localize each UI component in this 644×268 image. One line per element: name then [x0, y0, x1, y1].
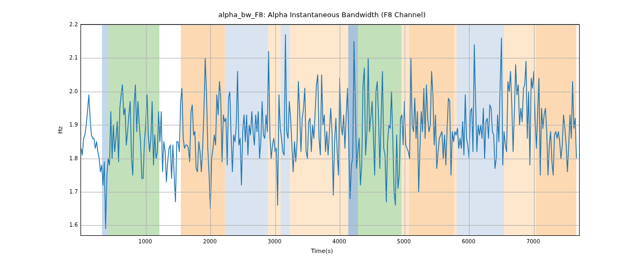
x-tick-label: 5000 — [397, 239, 411, 244]
grid-vertical — [275, 25, 276, 235]
y-tick-label: 1.8 — [56, 155, 78, 161]
y-tick-label: 1.9 — [56, 122, 78, 128]
grid-vertical — [210, 25, 211, 235]
x-tick-label: 3000 — [268, 239, 281, 244]
grid-vertical — [340, 25, 340, 235]
x-tick-label: 4000 — [332, 239, 346, 244]
x-tick-label: 6000 — [462, 239, 475, 244]
x-tick-label: 7000 — [526, 239, 540, 244]
chart-title: alpha_bw_F8: Alpha Instantaneous Bandwid… — [0, 11, 644, 19]
grid-horizontal — [81, 92, 579, 92]
figure: alpha_bw_F8: Alpha Instantaneous Bandwid… — [0, 0, 644, 268]
y-tick-label: 2.1 — [56, 55, 78, 61]
grid-vertical — [405, 25, 405, 235]
y-tick-label: 2.0 — [56, 88, 78, 94]
plot-area — [80, 24, 580, 236]
grid-horizontal — [81, 58, 579, 58]
grid-vertical — [146, 25, 147, 235]
grid-horizontal — [81, 225, 579, 226]
grid-vertical — [534, 25, 535, 235]
grid-horizontal — [81, 25, 579, 25]
y-tick-label: 2.2 — [56, 21, 78, 27]
x-tick-label: 2000 — [203, 239, 216, 244]
grid-horizontal — [81, 125, 579, 125]
x-axis-label: Time(s) — [0, 248, 644, 255]
y-tick-label: 1.6 — [56, 222, 78, 228]
grid-horizontal — [81, 192, 579, 192]
y-tick-label: 1.7 — [56, 188, 78, 194]
line-series — [81, 25, 579, 235]
x-tick-label: 1000 — [138, 239, 152, 244]
grid-vertical — [469, 25, 470, 235]
grid-horizontal — [81, 159, 579, 159]
